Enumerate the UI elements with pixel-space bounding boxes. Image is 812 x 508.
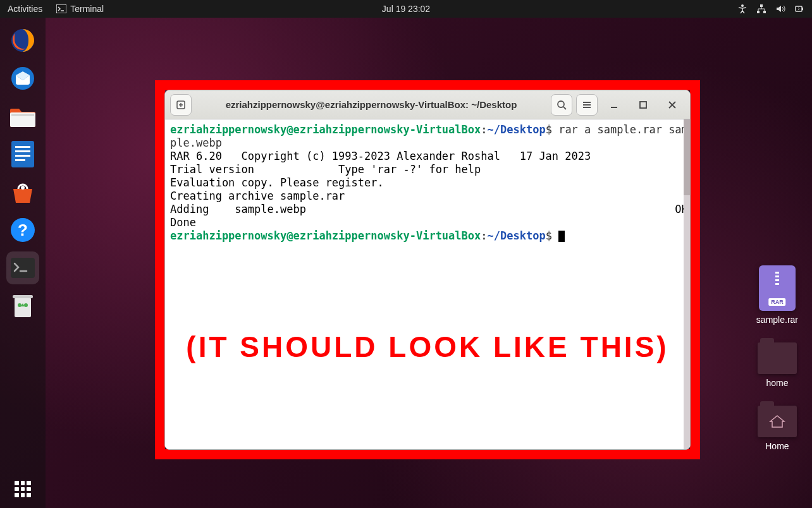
dock-files[interactable]	[6, 100, 39, 133]
command-part-a: rar a sample.rar sam	[552, 123, 688, 136]
svg-rect-10	[11, 114, 34, 116]
clock[interactable]: Jul 19 23:02	[382, 4, 430, 14]
rar-file-label: sample.rar	[756, 315, 798, 325]
terminal-window: ezriahzippernowsky@ezriahzippernowsky-Vi…	[164, 90, 691, 450]
activities-button[interactable]: Activities	[8, 4, 42, 14]
desktop-folder-home-2[interactable]: Home	[758, 406, 797, 451]
svg-rect-20	[15, 298, 31, 317]
svg-rect-26	[640, 102, 646, 108]
cursor	[558, 231, 565, 242]
svg-rect-3	[757, 11, 760, 13]
svg-point-16	[21, 186, 25, 190]
close-button[interactable]	[660, 94, 685, 116]
svg-rect-4	[763, 11, 766, 13]
dock-help[interactable]: ?	[6, 214, 39, 246]
search-button[interactable]	[551, 94, 572, 116]
dock-writer[interactable]	[6, 138, 39, 171]
svg-rect-11	[11, 141, 34, 167]
output-line-1: RAR 6.20 Copyright (c) 1993-2023 Alexand…	[170, 150, 685, 163]
output-line-2: Trial version Type 'rar -?' for help	[170, 163, 685, 176]
scrollbar[interactable]	[684, 119, 690, 449]
folder-home-label: home	[766, 378, 788, 388]
svg-rect-12	[15, 146, 30, 148]
svg-rect-19	[11, 258, 35, 278]
svg-rect-5	[796, 6, 802, 11]
svg-rect-2	[760, 4, 763, 7]
desktop-icons: RAR sample.rar home Home	[756, 265, 798, 451]
desktop-file-sample-rar[interactable]: RAR sample.rar	[756, 265, 798, 325]
dock-show-apps[interactable]	[6, 473, 39, 505]
terminal-icon	[56, 4, 66, 13]
maximize-icon	[639, 100, 648, 109]
folder-icon	[758, 342, 797, 374]
hamburger-icon	[582, 100, 592, 110]
minimize-icon	[610, 100, 618, 109]
volume-icon[interactable]	[775, 4, 785, 14]
svg-rect-15	[15, 159, 25, 161]
prompt-line-1: ezriahzippernowsky@ezriahzippernowsky-Vi…	[170, 123, 685, 136]
top-bar: Activities Terminal Jul 19 23:02	[0, 0, 812, 18]
svg-point-1	[741, 4, 744, 7]
terminal-body[interactable]: ezriahzippernowsky@ezriahzippernowsky-Vi…	[165, 119, 690, 449]
search-icon	[557, 100, 567, 110]
output-line-4: Evaluation copy. Please register.	[170, 176, 685, 190]
prompt-path: ~/Desktop	[488, 123, 546, 136]
prompt-user: ezriahzippernowsky@ezriahzippernowsky-Vi…	[170, 123, 481, 136]
terminal-titlebar[interactable]: ezriahzippernowsky@ezriahzippernowsky-Vi…	[165, 90, 690, 119]
scrollbar-thumb[interactable]	[684, 119, 690, 195]
svg-rect-21	[13, 295, 33, 298]
svg-rect-0	[56, 4, 66, 13]
new-tab-button[interactable]	[170, 94, 192, 116]
window-title: ezriahzippernowsky@ezriahzippernowsky-Vi…	[195, 99, 547, 110]
output-line-8: Adding sample.webp OK	[170, 203, 685, 216]
dock-terminal[interactable]	[6, 251, 39, 284]
rar-file-icon: RAR	[759, 265, 796, 311]
dock-trash[interactable]	[6, 289, 39, 322]
power-icon[interactable]	[794, 4, 804, 14]
network-icon[interactable]	[756, 4, 766, 14]
dock-thunderbird[interactable]	[6, 62, 39, 95]
menu-button[interactable]	[576, 94, 598, 116]
accessibility-icon[interactable]	[737, 4, 747, 14]
dock-software[interactable]	[6, 176, 39, 209]
annotation-text: (IT SHOULD LOOK LIKE THIS)	[165, 341, 690, 354]
current-app-indicator[interactable]: Terminal	[56, 4, 104, 14]
command-part-b: ple.webp	[170, 136, 685, 150]
dock: ?	[0, 18, 46, 508]
current-app-label: Terminal	[70, 4, 104, 14]
new-tab-icon	[176, 100, 186, 110]
svg-point-22	[18, 303, 22, 307]
rar-badge: RAR	[768, 298, 786, 306]
svg-rect-14	[15, 155, 30, 157]
close-icon	[668, 100, 677, 109]
svg-point-23	[24, 303, 28, 307]
svg-text:?: ?	[18, 221, 28, 239]
folder-home2-label: Home	[765, 441, 789, 451]
dock-firefox[interactable]	[6, 24, 39, 57]
apps-grid-icon	[15, 481, 31, 497]
minimize-button[interactable]	[601, 94, 627, 116]
svg-point-25	[558, 101, 564, 107]
output-line-6: Creating archive sample.rar	[170, 190, 685, 203]
svg-rect-13	[15, 150, 30, 152]
desktop-folder-home[interactable]: home	[758, 342, 797, 388]
output-line-9: Done	[170, 216, 685, 229]
home-folder-icon	[758, 406, 797, 437]
maximize-button[interactable]	[631, 94, 656, 116]
prompt-line-2: ezriahzippernowsky@ezriahzippernowsky-Vi…	[170, 229, 685, 243]
svg-rect-6	[802, 8, 803, 10]
